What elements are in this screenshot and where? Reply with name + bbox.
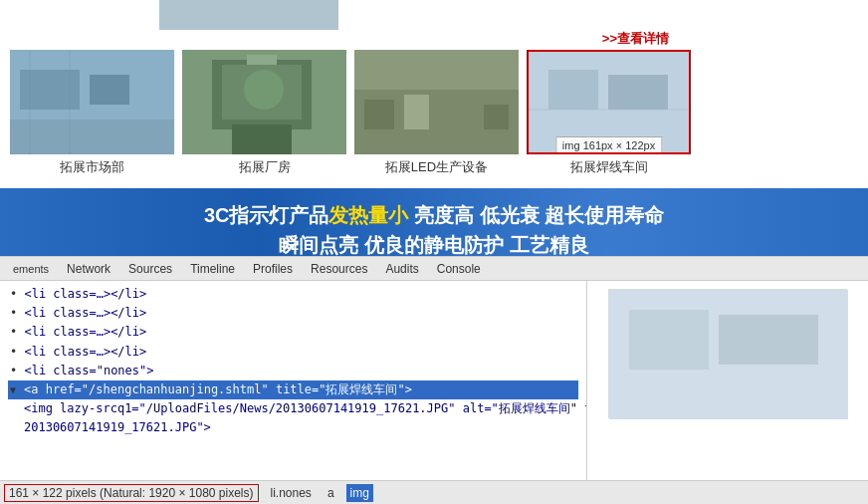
html-line-7b: 20130607141919_17621.JPG"> xyxy=(8,418,578,437)
thumb-image-1[interactable] xyxy=(10,50,174,154)
tab-profiles[interactable]: Profiles xyxy=(244,258,302,280)
svg-rect-16 xyxy=(439,100,474,129)
bullet-2: • xyxy=(10,306,24,320)
bullet-4: • xyxy=(10,345,24,359)
html-line-7: <img lazy-srcq1="/UploadFiles/News/20130… xyxy=(8,399,578,418)
thumb-image-3[interactable] xyxy=(354,50,519,154)
devtools-tabs: ements Network Sources Timeline Profiles… xyxy=(0,257,868,281)
thumb-item-1: 拓展市场部 xyxy=(10,50,174,176)
svg-rect-2 xyxy=(90,75,129,105)
preview-image xyxy=(608,289,847,418)
bullet-1: • xyxy=(10,287,24,301)
svg-point-11 xyxy=(244,70,284,110)
svg-rect-17 xyxy=(484,105,509,129)
svg-rect-25 xyxy=(629,310,709,370)
thumb-caption-1: 拓展市场部 xyxy=(60,158,124,176)
bullet-5: • xyxy=(10,364,24,378)
tab-timeline[interactable]: Timeline xyxy=(181,258,244,280)
html-line-1: • <li class=…></li> xyxy=(8,285,578,304)
preview-panel xyxy=(587,281,868,480)
thumb-item-2: 拓展厂房 xyxy=(182,50,346,176)
tab-audits[interactable]: Audits xyxy=(376,258,427,280)
webpage-content: >>查看详情 拓展市场部 xyxy=(0,0,868,269)
devtools-statusbar: 161 × 122 pixels (Natural: 1920 × 1080 p… xyxy=(0,480,868,504)
html-line-6-selected[interactable]: ▼ <a href="/shengchanhuanjing.shtml" tit… xyxy=(8,380,578,399)
svg-rect-20 xyxy=(548,70,598,110)
tab-network[interactable]: Network xyxy=(58,258,119,280)
html-line-3: • <li class=…></li> xyxy=(8,323,578,342)
breadcrumb-a[interactable]: a xyxy=(324,484,338,502)
breadcrumb-li[interactable]: li.nones xyxy=(267,484,316,502)
svg-rect-21 xyxy=(608,75,668,110)
svg-rect-26 xyxy=(719,315,818,365)
svg-rect-3 xyxy=(10,120,174,154)
thumb-inner-1 xyxy=(10,50,174,154)
html-anchor-tag: <a href="/shengchanhuanjing.shtml" title… xyxy=(24,382,412,396)
banner-highlight: 发热量小 xyxy=(328,204,408,226)
html-line-2: • <li class=…></li> xyxy=(8,304,578,323)
image-dimensions: 161 × 122 pixels (Natural: 1920 × 1080 p… xyxy=(4,484,259,502)
thumb-item-3: 拓展LED生产设备 xyxy=(354,50,519,176)
svg-rect-1 xyxy=(20,70,80,110)
devtools-panel: ements Network Sources Timeline Profiles… xyxy=(0,256,868,504)
image-tooltip: img 161px × 122px xyxy=(555,136,662,154)
svg-rect-10 xyxy=(247,55,277,65)
html-line-5: • <li class="nones"> xyxy=(8,362,578,380)
tab-console[interactable]: Console xyxy=(428,258,490,280)
banner-product-name: 3C指示灯产品 xyxy=(204,204,329,226)
banner-rest: 亮度高 低光衰 超长使用寿命 xyxy=(408,204,664,226)
see-details-link[interactable]: >>查看详情 xyxy=(602,30,669,48)
thumbnails-row: 拓展市场部 拓展厂房 xyxy=(0,0,868,184)
triangle-icon[interactable]: ▼ xyxy=(10,384,22,395)
html-line-4: • <li class=…></li> xyxy=(8,343,578,362)
svg-rect-14 xyxy=(364,100,394,129)
thumb-image-4[interactable]: img 161px × 122px xyxy=(527,50,691,154)
thumb-caption-2: 拓展厂房 xyxy=(239,158,291,176)
tab-elements[interactable]: ements xyxy=(4,258,58,280)
devtools-content: • <li class=…></li> • <li class=…></li> … xyxy=(0,281,868,480)
svg-rect-15 xyxy=(404,95,429,129)
thumb-caption-4: 拓展焊线车间 xyxy=(570,158,648,176)
thumb-caption-3: 拓展LED生产设备 xyxy=(385,158,488,176)
breadcrumb-img[interactable]: img xyxy=(346,484,373,502)
tab-resources[interactable]: Resources xyxy=(302,258,376,280)
top-partial-image xyxy=(159,0,338,30)
html-panel: • <li class=…></li> • <li class=…></li> … xyxy=(0,281,587,480)
tab-sources[interactable]: Sources xyxy=(119,258,181,280)
bullet-3: • xyxy=(10,325,24,339)
svg-rect-9 xyxy=(232,125,292,154)
thumb-image-2[interactable] xyxy=(182,50,346,154)
thumb-item-4: img 161px × 122px 拓展焊线车间 xyxy=(527,50,691,176)
banner-line1: 3C指示灯产品发热量小 亮度高 低光衰 超长使用寿命 xyxy=(20,200,848,230)
